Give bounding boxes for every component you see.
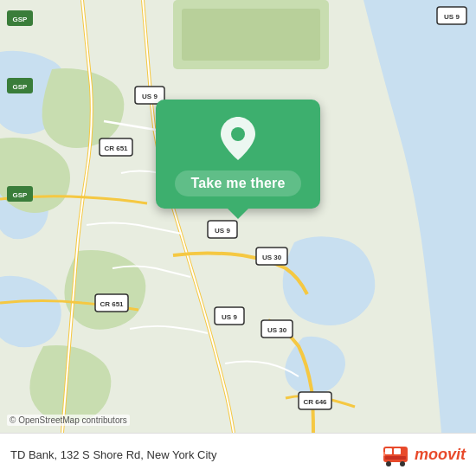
map-view: GSP GSP GSP US 9 US 9 US 9 US 30 US 30 C… [0, 0, 476, 433]
bus-icon [382, 443, 409, 467]
svg-point-27 [231, 127, 245, 141]
svg-rect-34 [383, 452, 385, 456]
svg-text:US 9: US 9 [444, 13, 460, 21]
svg-rect-29 [385, 448, 392, 454]
svg-text:US 30: US 30 [262, 254, 282, 261]
svg-text:US 9: US 9 [222, 313, 237, 321]
location-pin-icon [215, 115, 261, 162]
svg-point-33 [400, 461, 405, 466]
svg-text:US 30: US 30 [267, 326, 287, 334]
svg-text:US 9: US 9 [215, 227, 230, 235]
take-me-there-button[interactable]: Take me there [175, 170, 300, 196]
popup-card: Take me there [156, 100, 320, 209]
moovit-logo: moovit [382, 443, 466, 467]
svg-text:CR 646: CR 646 [303, 398, 327, 406]
svg-rect-31 [385, 456, 406, 460]
svg-rect-2 [182, 9, 320, 61]
svg-text:GSP: GSP [13, 83, 29, 91]
svg-text:CR 651: CR 651 [100, 300, 124, 308]
map-attribution: © OpenStreetMap contributors [7, 415, 130, 426]
svg-text:GSP: GSP [13, 191, 29, 199]
bottom-bar: TD Bank, 132 S Shore Rd, New York City m… [0, 433, 476, 476]
svg-text:CR 651: CR 651 [104, 145, 128, 152]
svg-rect-30 [394, 448, 401, 454]
moovit-brand-text: moovit [415, 446, 466, 464]
svg-text:GSP: GSP [13, 16, 29, 23]
location-text: TD Bank, 132 S Shore Rd, New York City [10, 448, 382, 461]
svg-point-32 [386, 461, 391, 466]
svg-text:US 9: US 9 [142, 93, 158, 100]
